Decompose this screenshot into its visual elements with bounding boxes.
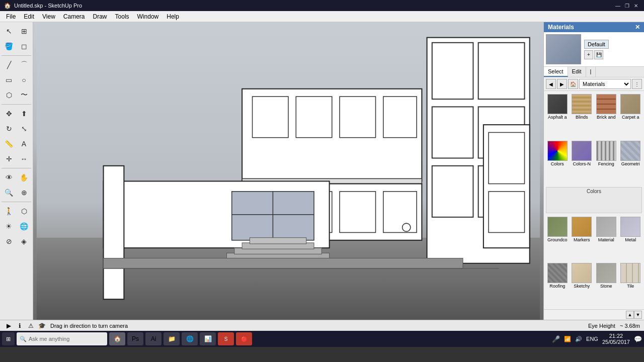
- section-tool[interactable]: ⊘: [2, 234, 16, 248]
- system-clock[interactable]: 21:22 25/05/2017: [602, 333, 630, 345]
- menu-window[interactable]: Window: [133, 12, 163, 21]
- minimize-button[interactable]: —: [614, 2, 622, 10]
- menu-edit[interactable]: Edit: [20, 12, 38, 21]
- mat-tile[interactable]: Tile: [619, 262, 642, 307]
- mat-colors[interactable]: Colors: [546, 140, 569, 185]
- mat-markers[interactable]: Markers: [571, 216, 594, 261]
- tab-separator: |: [586, 67, 596, 77]
- sandbox-tool[interactable]: ◈: [17, 234, 31, 248]
- tool-group-8: 📏 A: [2, 137, 31, 151]
- menu-camera[interactable]: Camera: [59, 12, 89, 21]
- notifications-icon[interactable]: 💬: [634, 335, 642, 343]
- mat-colors-badge[interactable]: Colors: [546, 187, 642, 213]
- status-warn-icon[interactable]: ⚠: [26, 321, 35, 330]
- svg-rect-10: [253, 97, 288, 138]
- status-info-icon[interactable]: ▶: [4, 321, 13, 330]
- clock-time: 21:22: [602, 333, 630, 339]
- status-instructor-icon[interactable]: 🎓: [37, 321, 46, 330]
- pan-tool[interactable]: ✋: [17, 170, 31, 185]
- components-tool[interactable]: ⊞: [17, 24, 31, 38]
- taskbar-lang[interactable]: ENG: [586, 336, 598, 342]
- taskbar-network-icon: 📶: [564, 336, 571, 342]
- mat-geometric[interactable]: Geometri: [619, 140, 642, 185]
- taskbar-search[interactable]: 🔍 Ask me anything: [17, 332, 107, 345]
- look-tool[interactable]: ⬡: [17, 204, 31, 218]
- menu-help[interactable]: Help: [163, 12, 183, 21]
- sun-tool[interactable]: ☀: [2, 219, 16, 233]
- scale-tool[interactable]: ⤡: [17, 122, 31, 136]
- freehand-tool[interactable]: 〜: [17, 88, 31, 102]
- rectangle-tool[interactable]: ▭: [2, 73, 16, 87]
- taskbar-app-extra1[interactable]: S: [218, 332, 234, 345]
- polygon-tool[interactable]: ⬡: [2, 88, 16, 102]
- mat-blinds[interactable]: Blinds: [571, 93, 594, 138]
- dim-tool[interactable]: ↔: [17, 152, 31, 166]
- viewport[interactable]: [33, 22, 543, 320]
- divider-2: [2, 104, 31, 105]
- mat-stone-label: Stone: [600, 284, 612, 289]
- taskbar: ⊞ 🔍 Ask me anything 🏠 Ps Ai 📁 🌐 📊 S 🔴 🎤 …: [0, 331, 644, 347]
- zoom-tool[interactable]: 🔍: [2, 186, 16, 200]
- tape-tool[interactable]: 📏: [2, 137, 16, 151]
- scroll-down-button[interactable]: ▼: [634, 311, 642, 319]
- menu-tools[interactable]: Tools: [111, 12, 133, 21]
- geo-tool[interactable]: 🌐: [17, 219, 31, 233]
- menu-draw[interactable]: Draw: [89, 12, 111, 21]
- paint-tool[interactable]: 🪣: [2, 39, 16, 53]
- taskbar-app-explorer[interactable]: 📁: [164, 332, 180, 345]
- axes-tool[interactable]: ✛: [2, 152, 16, 166]
- mat-fencing[interactable]: Fencing: [595, 140, 618, 185]
- scroll-up-button[interactable]: ▲: [626, 311, 634, 319]
- circle-tool[interactable]: ○: [17, 73, 31, 87]
- nav-forward-button[interactable]: ▶: [557, 79, 567, 89]
- nav-back-button[interactable]: ◀: [546, 79, 556, 89]
- mat-asphalt[interactable]: Asphalt a: [546, 93, 569, 138]
- mat-metal[interactable]: Metal: [619, 216, 642, 261]
- pushpull-tool[interactable]: ⬆: [17, 107, 31, 121]
- text-tool[interactable]: A: [17, 137, 31, 151]
- start-button[interactable]: ⊞: [2, 332, 15, 345]
- mat-carpet-label: Carpet a: [622, 115, 639, 120]
- materials-close-icon[interactable]: ✕: [635, 24, 640, 31]
- taskbar-app-powerpoint[interactable]: 📊: [200, 332, 216, 345]
- tab-edit[interactable]: Edit: [568, 67, 586, 77]
- taskbar-app-browser[interactable]: 🌐: [182, 332, 198, 345]
- arc-tool[interactable]: ⌒: [17, 58, 31, 72]
- tool-group-11: 🔍 ⊕: [2, 186, 31, 200]
- taskbar-app-extra2[interactable]: 🔴: [236, 332, 252, 345]
- close-button[interactable]: ✕: [632, 2, 640, 10]
- save-material-button[interactable]: 💾: [594, 50, 603, 59]
- taskbar-app-sketchup[interactable]: 🏠: [109, 332, 125, 345]
- new-material-button[interactable]: +: [584, 50, 593, 59]
- move-tool[interactable]: ✥: [2, 107, 16, 121]
- menu-view[interactable]: View: [38, 12, 59, 21]
- status-help-icon[interactable]: ℹ: [15, 321, 24, 330]
- taskbar-app-illustrator[interactable]: Ai: [145, 332, 162, 345]
- mat-sketchy[interactable]: Sketchy: [571, 262, 594, 307]
- mat-carpet[interactable]: Carpet a: [619, 93, 642, 138]
- rotate-tool[interactable]: ↻: [2, 122, 16, 136]
- materials-tabs: Select Edit |: [544, 67, 644, 77]
- divider-3: [2, 168, 31, 168]
- nav-home-button[interactable]: 🏠: [568, 79, 578, 89]
- mat-brick[interactable]: Brick and: [595, 93, 618, 138]
- materials-dropdown[interactable]: Materials Colors Bricks Textures: [579, 79, 631, 89]
- mat-groundcover[interactable]: Groundco: [546, 216, 569, 261]
- mat-roofing[interactable]: Roofing: [546, 262, 569, 307]
- eraser-tool[interactable]: ◻: [17, 39, 31, 53]
- select-tool[interactable]: ↖: [2, 24, 16, 38]
- tab-select[interactable]: Select: [544, 67, 568, 77]
- mat-colors-label: Colors: [551, 161, 564, 166]
- orbit-tool[interactable]: 👁: [2, 170, 16, 185]
- maximize-button[interactable]: ❐: [623, 2, 631, 10]
- line-tool[interactable]: ╱: [2, 58, 16, 72]
- walk-tool[interactable]: 🚶: [2, 204, 16, 218]
- mat-colors-n[interactable]: Colors-N: [571, 140, 594, 185]
- zoom-ext-tool[interactable]: ⊕: [17, 186, 31, 200]
- menu-file[interactable]: File: [2, 12, 20, 21]
- mat-stone[interactable]: Stone: [595, 262, 618, 307]
- mat-material[interactable]: Material: [595, 216, 618, 261]
- mat-blinds-label: Blinds: [576, 115, 588, 120]
- details-button[interactable]: ⋮: [632, 79, 642, 89]
- taskbar-app-photoshop[interactable]: Ps: [127, 332, 143, 345]
